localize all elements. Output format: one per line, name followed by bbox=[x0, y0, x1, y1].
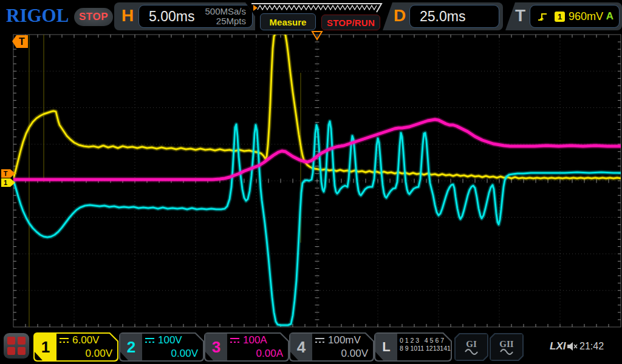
channel3-scale: 100A bbox=[243, 334, 267, 346]
channel2-number: 2 bbox=[120, 334, 142, 360]
channel2-offset: 0.00V bbox=[171, 348, 198, 360]
channel4-box[interactable]: 4 100mV 0.00V bbox=[289, 332, 374, 362]
svg-text:1: 1 bbox=[4, 179, 7, 186]
channel4-offset: 0.00V bbox=[341, 348, 368, 360]
logic-row-8-15: 8 9 1011 12131415 bbox=[400, 345, 447, 352]
waveform-display[interactable]: TT1 bbox=[0, 0, 622, 364]
generator2-label: GII bbox=[499, 340, 513, 348]
sine-wave-icon bbox=[464, 348, 479, 355]
channel4-scale: 100mV bbox=[328, 334, 361, 346]
trigger-offscreen-marker[interactable]: T bbox=[12, 35, 28, 48]
channel3-number: 3 bbox=[205, 334, 227, 360]
speaker-muted-icon bbox=[566, 342, 578, 351]
channel1-scale: 6.00V bbox=[72, 334, 99, 346]
svg-text:T: T bbox=[19, 36, 25, 47]
channel3-box[interactable]: 3 100A 0.00A bbox=[204, 332, 289, 362]
svg-text:T: T bbox=[4, 170, 8, 177]
menu-button[interactable] bbox=[4, 333, 29, 359]
generator2-box[interactable]: GII bbox=[490, 333, 524, 361]
generator1-box[interactable]: GI bbox=[454, 333, 488, 361]
logic-label: L bbox=[375, 334, 397, 360]
channel2-box[interactable]: 2 100V 0.00V bbox=[119, 332, 204, 362]
sine-wave-icon bbox=[499, 348, 514, 355]
dc-coupling-icon bbox=[230, 337, 240, 344]
channel2-scale: 100V bbox=[158, 334, 182, 346]
generator1-label: GI bbox=[466, 340, 477, 348]
logic-row-0-7: 0 1 2 3 4 5 6 7 bbox=[400, 337, 447, 345]
oscilloscope-screen: RIGOL STOP H 5.00ms 500MSa/s 25Mpts Meas… bbox=[0, 0, 622, 364]
clock: 21:42 bbox=[579, 341, 604, 352]
channel4-number: 4 bbox=[290, 334, 312, 360]
dc-coupling-icon bbox=[59, 337, 69, 344]
channel3-offset: 0.00A bbox=[256, 348, 283, 360]
dc-coupling-icon bbox=[145, 337, 155, 344]
lxi-indicator: LXI bbox=[550, 340, 566, 352]
channel1-box[interactable]: 1 6.00V 0.00V bbox=[33, 332, 118, 362]
channel1-offset: 0.00V bbox=[86, 348, 112, 360]
menu-icon bbox=[7, 337, 15, 345]
logic-channels-box[interactable]: L 0 1 2 3 4 5 6 7 8 9 1011 12131415 bbox=[374, 332, 452, 362]
channel1-number: 1 bbox=[35, 334, 56, 360]
dc-coupling-icon bbox=[315, 337, 325, 344]
